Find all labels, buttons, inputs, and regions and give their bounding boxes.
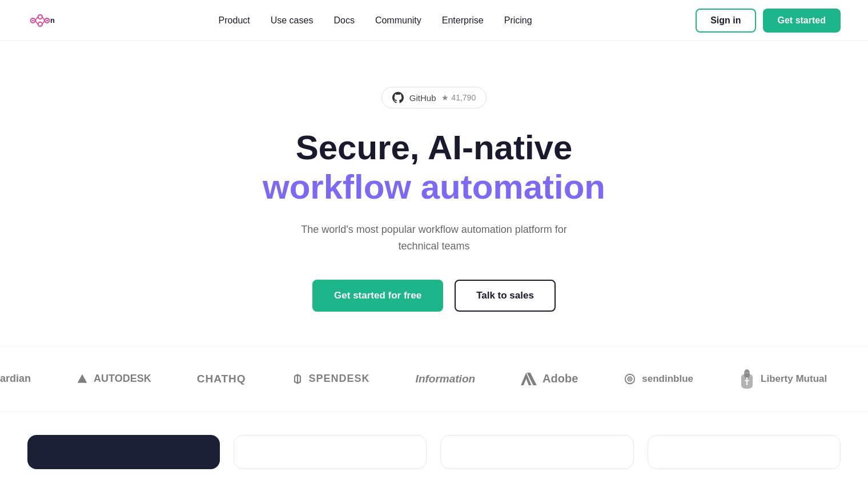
spendesk-icon xyxy=(292,373,303,385)
hero-title-line1: Secure, AI-native xyxy=(263,129,605,167)
svg-point-16 xyxy=(629,378,630,380)
nav-community[interactable]: Community xyxy=(375,15,421,26)
card-light-1 xyxy=(234,435,427,469)
nav-docs[interactable]: Docs xyxy=(333,15,354,26)
hero-title-line2: workflow automation xyxy=(263,167,605,208)
card-light-3 xyxy=(648,435,841,469)
hero-subtitle: The world's most popular workflow automa… xyxy=(286,221,582,255)
logo-information: Information xyxy=(416,373,476,385)
liberty-mutual-icon xyxy=(739,369,755,389)
getstarted-button[interactable]: Get started xyxy=(763,9,841,33)
logo-liberty-mutual: Liberty Mutual xyxy=(739,369,827,389)
brand-logo[interactable]: n8n xyxy=(27,11,55,30)
github-stars: ★ 41,790 xyxy=(441,93,476,102)
sendinblue-icon xyxy=(624,373,636,385)
svg-line-2 xyxy=(35,17,38,20)
logo-guardian: ardian xyxy=(0,373,31,385)
card-dark-1 xyxy=(27,435,220,469)
cta-secondary-button[interactable]: Talk to sales xyxy=(455,280,556,312)
logo-chathq: CHATHQ xyxy=(197,373,246,385)
nav-enterprise[interactable]: Enterprise xyxy=(442,15,484,26)
nav-product[interactable]: Product xyxy=(219,15,250,26)
hero-title: Secure, AI-native workflow automation xyxy=(263,129,605,221)
svg-text:n8n: n8n xyxy=(50,16,55,25)
nav-use-cases[interactable]: Use cases xyxy=(271,15,314,26)
svg-point-1 xyxy=(32,19,34,21)
svg-point-4 xyxy=(38,15,42,19)
logo-sendinblue: sendinblue xyxy=(624,373,693,385)
svg-line-3 xyxy=(35,21,38,24)
card-light-2 xyxy=(440,435,634,469)
logo-adobe: Adobe xyxy=(521,372,578,385)
logo-autodesk: AUTODESK xyxy=(77,373,151,385)
svg-point-5 xyxy=(38,22,42,26)
nav-links: Product Use cases Docs Community Enterpr… xyxy=(219,15,532,26)
logos-section: ardian AUTODESK CHATHQ SPENDESK Informat… xyxy=(0,346,868,412)
hero-section: GitHub ★ 41,790 Secure, AI-native workfl… xyxy=(0,41,868,346)
github-label: GitHub xyxy=(409,93,436,103)
svg-point-9 xyxy=(46,19,48,21)
logo-spendesk: SPENDESK xyxy=(292,373,370,385)
navbar: n8n Product Use cases Docs Community Ent… xyxy=(0,0,868,41)
svg-marker-11 xyxy=(78,374,87,382)
logos-track: ardian AUTODESK CHATHQ SPENDESK Informat… xyxy=(0,369,868,389)
hero-buttons: Get started for free Talk to sales xyxy=(312,280,556,312)
github-badge[interactable]: GitHub ★ 41,790 xyxy=(381,87,487,108)
nav-actions: Sign in Get started xyxy=(696,9,841,33)
autodesk-icon xyxy=(77,373,88,385)
github-icon xyxy=(392,92,404,103)
signin-button[interactable]: Sign in xyxy=(696,9,756,33)
cards-preview xyxy=(0,412,868,469)
cta-primary-button[interactable]: Get started for free xyxy=(312,280,443,312)
adobe-icon xyxy=(521,373,537,385)
nav-pricing[interactable]: Pricing xyxy=(504,15,532,26)
